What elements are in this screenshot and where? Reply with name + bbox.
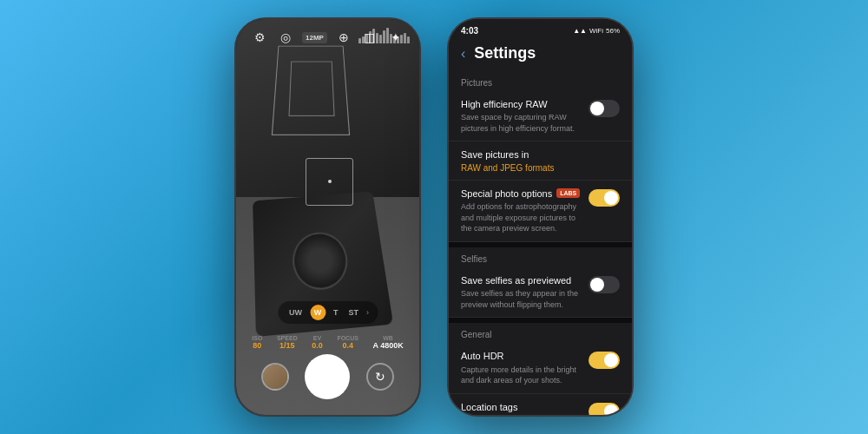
focus-dot <box>328 180 332 183</box>
focus-stat: FOCUS 0.4 <box>337 335 358 350</box>
camera-viewfinder: ⚙ ◎ 12MP ⊕ ◫ ✦ UW W T ST › ISO 80 SPEED <box>236 19 419 415</box>
setting-item: Save pictures inRAW and JPEG formats <box>449 141 632 180</box>
setting-name: Save pictures in <box>461 148 613 161</box>
extra-icon[interactable]: ✦ <box>386 28 405 47</box>
toggle-switch[interactable] <box>589 189 620 207</box>
signal-icon: ▲▲ <box>573 27 587 35</box>
filters-icon[interactable]: ◫ <box>360 28 379 47</box>
wb-label: WB <box>383 335 393 341</box>
setting-item-content: Save selfies as previewedSave selfies as… <box>461 274 582 310</box>
camera-phone: ⚙ ◎ 12MP ⊕ ◫ ✦ UW W T ST › ISO 80 SPEED <box>234 17 421 417</box>
gallery-thumbnail[interactable] <box>261 363 289 391</box>
megapixel-badge[interactable]: 12MP <box>302 32 327 43</box>
setting-item: High efficiency RAWSave space by capturi… <box>449 91 632 141</box>
speed-label: SPEED <box>277 335 298 341</box>
section-label-0: Pictures <box>449 71 632 91</box>
iso-label: ISO <box>252 335 262 341</box>
toggle-knob <box>604 404 618 415</box>
camera-top-controls: ⚙ ◎ 12MP ⊕ ◫ ✦ <box>236 28 419 47</box>
zoom-w[interactable]: W <box>310 305 326 320</box>
settings-screen: 4:03 ▲▲ WiFi 56% ‹ Settings PicturesHigh… <box>449 19 632 415</box>
timer-icon[interactable]: ◎ <box>276 28 295 47</box>
setting-name: Save selfies as previewed <box>461 274 582 286</box>
zoom-uw[interactable]: UW <box>286 306 305 319</box>
setting-name: Auto HDR <box>461 350 582 362</box>
setting-name: Location tags <box>461 401 582 413</box>
setting-name: High efficiency RAW <box>461 98 582 110</box>
setting-item: Special photo optionsLabsAdd options for… <box>449 181 632 242</box>
setting-desc: Capture more details in the bright and d… <box>461 365 582 386</box>
settings-content: PicturesHigh efficiency RAWSave space by… <box>449 71 632 415</box>
section-label-2: General <box>449 323 632 343</box>
iso-value: 80 <box>253 341 261 350</box>
shutter-button[interactable] <box>305 354 350 399</box>
section-label-1: Selfies <box>449 247 632 267</box>
ev-stat: EV 0.0 <box>312 335 323 350</box>
zoom-arrow: › <box>366 308 369 317</box>
toggle-switch[interactable] <box>589 352 620 369</box>
focus-label: FOCUS <box>337 335 358 341</box>
rotate-button[interactable]: ↻ <box>366 363 394 391</box>
toggle-switch[interactable] <box>589 276 620 293</box>
zoom-t[interactable]: T <box>331 306 341 319</box>
zoom-st[interactable]: ST <box>345 306 361 319</box>
settings-icon[interactable]: ⚙ <box>250 28 269 47</box>
setting-item-content: High efficiency RAWSave space by capturi… <box>461 98 582 134</box>
camera-stats: ISO 80 SPEED 1/15 EV 0.0 FOCUS 0.4 WB A … <box>236 335 419 350</box>
wire-objects <box>264 39 383 158</box>
settings-header: ‹ Settings <box>449 39 632 71</box>
wb-stat: WB A 4800K <box>372 335 403 350</box>
setting-item-content: Save pictures inRAW and JPEG formats <box>461 148 613 172</box>
setting-item: Save selfies as previewedSave selfies as… <box>449 267 632 318</box>
speed-value: 1/15 <box>279 341 295 350</box>
setting-name: Special photo optionsLabs <box>461 187 582 200</box>
page-title: Settings <box>474 44 536 62</box>
setting-item-content: Auto HDRCapture more details in the brig… <box>461 350 582 385</box>
labs-badge: Labs <box>556 188 580 198</box>
toggle-knob <box>590 102 604 115</box>
focus-box <box>306 158 353 206</box>
setting-item: Auto HDRCapture more details in the brig… <box>449 343 632 393</box>
back-button[interactable]: ‹ <box>461 46 465 62</box>
toggle-knob <box>604 353 618 367</box>
speed-stat: SPEED 1/15 <box>277 335 298 350</box>
focus-value: 0.4 <box>342 341 353 350</box>
status-icons: ▲▲ WiFi 56% <box>573 27 620 35</box>
status-bar: 4:03 ▲▲ WiFi 56% <box>449 19 632 39</box>
wire-frame <box>272 45 351 135</box>
status-time: 4:03 <box>461 26 478 36</box>
toggle-knob <box>590 278 604 292</box>
camera-controls: ↻ <box>236 354 419 399</box>
setting-item-content: Location tagsAdd tags to your pictures s… <box>461 401 582 415</box>
setting-desc: Save selfies as they appear in the previ… <box>461 288 582 310</box>
toggle-switch[interactable] <box>589 403 620 415</box>
ev-value: 0.0 <box>312 341 323 350</box>
zoom-selector: UW W T ST › <box>278 301 378 324</box>
setting-item-content: Special photo optionsLabsAdd options for… <box>461 187 582 234</box>
wifi-icon: WiFi <box>589 27 603 35</box>
setting-value[interactable]: RAW and JPEG formats <box>461 163 613 173</box>
ev-label: EV <box>313 335 321 341</box>
settings-phone: 4:03 ▲▲ WiFi 56% ‹ Settings PicturesHigh… <box>447 17 634 417</box>
setting-desc: Save space by capturing RAW pictures in … <box>461 112 582 134</box>
iso-stat: ISO 80 <box>252 335 262 350</box>
toggle-knob <box>604 191 618 205</box>
battery-label: 56% <box>606 27 620 35</box>
setting-item: Location tagsAdd tags to your pictures s… <box>449 394 632 415</box>
wb-value: A 4800K <box>372 341 403 350</box>
toggle-switch[interactable] <box>589 100 620 117</box>
setting-desc: Add options for astrophotography and mul… <box>461 201 582 234</box>
aspect-icon[interactable]: ⊕ <box>334 28 353 47</box>
